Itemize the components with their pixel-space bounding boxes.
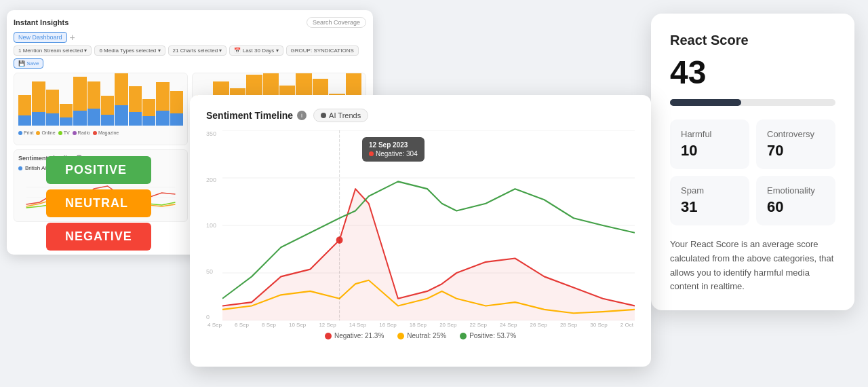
bar-group [129, 86, 142, 126]
metric-spam-value: 31 [681, 198, 738, 216]
metric-controversy-value: 70 [767, 142, 825, 160]
positive-badge: POSITIVE [46, 156, 151, 184]
x-label: 14 Sep [349, 322, 366, 328]
metric-harmful: Harmful 10 [670, 119, 749, 169]
neutral-label: Neutral: 25% [407, 332, 446, 339]
chart-legend: Print Online TV Radio Magazine [18, 130, 183, 135]
react-score-card: React Score 43 Harmful 10 Controversy 70… [651, 14, 854, 310]
tooltip-date: 12 Sep 2023 [369, 141, 418, 149]
x-label: 30 Sep [590, 322, 607, 328]
metric-spam-label: Spam [681, 185, 738, 196]
x-label: 4 Sep [208, 322, 222, 328]
bar-group [156, 82, 169, 126]
chart-legend-footer: Negative: 21.3% Neutral: 25% Positive: 5… [206, 332, 635, 339]
bar-group [18, 95, 31, 126]
neutral-badge: NEUTRAL [46, 189, 151, 217]
sentiment-header: Sentiment Timeline i AI Trends [206, 109, 635, 122]
bar-group [60, 104, 73, 126]
bar-chart-panel: Print Online TV Radio Magazine [14, 73, 188, 145]
x-label: 12 Sep [319, 322, 336, 328]
y-axis: 350 200 100 50 0 [206, 130, 216, 320]
filter-label: AI Trends [329, 111, 361, 119]
bar-group [32, 81, 45, 126]
metric-harmful-label: Harmful [681, 129, 738, 139]
x-label: 8 Sep [262, 322, 276, 328]
x-label: 2 Oct [620, 322, 633, 328]
bar-group [142, 99, 155, 126]
metrics-grid: Harmful 10 Controversy 70 Spam 31 Emotio… [670, 119, 835, 225]
sentiment-svg-chart [222, 130, 635, 320]
x-label: 18 Sep [410, 322, 427, 328]
negative-label: Negative: 21.3% [334, 332, 384, 339]
score-progress-bar [670, 99, 835, 106]
tab-new-dashboard[interactable]: New Dashboard [14, 32, 67, 43]
negative-dot [325, 333, 332, 339]
save-button[interactable]: 💾 Save [14, 58, 43, 69]
legend-neutral: Neutral: 25% [397, 332, 446, 339]
bar-group [101, 96, 114, 126]
react-score-title: React Score [670, 33, 835, 48]
dashboard-topbar: Instant Insights Search Coverage [14, 17, 366, 28]
legend-print: Print [18, 130, 33, 135]
metric-emotionality: Emotionality 60 [756, 176, 835, 225]
score-progress-fill [670, 99, 741, 106]
positive-dot [460, 333, 467, 339]
search-input[interactable]: Search Coverage [307, 17, 366, 28]
filter-syndications[interactable]: GROUP: SYNDICATIONS [286, 45, 359, 56]
bar-group [170, 91, 183, 126]
filter-media[interactable]: 6 Media Types selected ▾ [94, 45, 165, 56]
sentiment-badges: POSITIVE NEUTRAL NEGATIVE [46, 156, 151, 251]
metric-harmful-value: 10 [681, 142, 738, 160]
react-score-description: Your React Score is an average score cal… [670, 238, 835, 294]
bar-chart [18, 77, 183, 128]
filter-chip[interactable]: AI Trends [313, 109, 368, 122]
x-label: 26 Sep [530, 322, 547, 328]
filter-date[interactable]: 📅 Last 30 Days ▾ [229, 45, 283, 56]
neutral-dot [397, 333, 404, 339]
legend-magazine: Magazine [93, 130, 119, 135]
metric-emotionality-value: 60 [767, 198, 825, 216]
filter-dot [321, 113, 326, 118]
react-score-value: 43 [670, 54, 835, 91]
tooltip-value: Negative: 304 [369, 150, 418, 158]
legend-online: Online [36, 130, 55, 135]
bar-group [73, 77, 86, 126]
filter-mention[interactable]: 1 Mention Stream selected ▾ [14, 45, 92, 56]
chart-tooltip: 12 Sep 2023 Negative: 304 [362, 137, 425, 162]
legend-negative: Negative: 21.3% [325, 332, 384, 339]
info-icon[interactable]: i [297, 111, 307, 120]
metric-emotionality-label: Emotionality [767, 185, 825, 196]
add-tab-button[interactable]: + [70, 32, 75, 43]
dashboard-title: Instant Insights [14, 18, 68, 26]
legend-positive: Positive: 53.7% [460, 332, 516, 339]
x-label: 10 Sep [289, 322, 306, 328]
legend-tv: TV [58, 130, 70, 135]
dashboard-tabs: New Dashboard + [14, 32, 366, 43]
metric-controversy: Controversy 70 [756, 119, 835, 169]
negative-badge: NEGATIVE [46, 223, 151, 251]
positive-label: Positive: 53.7% [469, 332, 516, 339]
bar-group [115, 73, 127, 126]
legend-radio: Radio [73, 130, 90, 135]
x-axis-labels: 4 Sep 6 Sep 8 Sep 10 Sep 12 Sep 14 Sep 1… [206, 322, 635, 328]
x-label: 6 Sep [235, 322, 249, 328]
bar-group [46, 90, 59, 126]
svg-marker-14 [222, 189, 635, 320]
sentiment-timeline-card: Sentiment Timeline i AI Trends 350 200 1… [190, 95, 651, 367]
filter-bar: 1 Mention Stream selected ▾ 6 Media Type… [14, 45, 366, 69]
metric-controversy-label: Controversy [767, 129, 825, 139]
x-label: 16 Sep [379, 322, 396, 328]
bar-group [87, 81, 100, 126]
sentiment-title: Sentiment Timeline [206, 110, 293, 121]
main-chart-area: 350 200 100 50 0 12 [206, 130, 635, 320]
x-label: 28 Sep [560, 322, 577, 328]
x-label: 24 Sep [500, 322, 517, 328]
metric-spam: Spam 31 [670, 176, 749, 225]
filter-charts[interactable]: 21 Charts selected ▾ [168, 45, 227, 56]
x-label: 22 Sep [470, 322, 487, 328]
x-label: 20 Sep [439, 322, 456, 328]
